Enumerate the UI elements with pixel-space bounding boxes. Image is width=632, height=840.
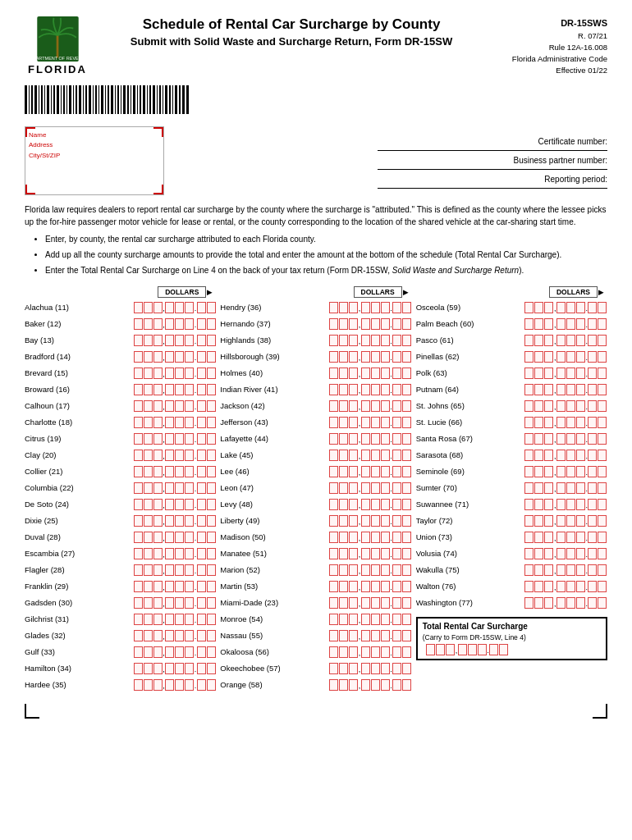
county-row: Union (73),. <box>416 530 607 545</box>
county-row: Gilchrist (31),. <box>25 612 216 627</box>
county-row: Pinellas (62),. <box>416 349 607 364</box>
county-row: Highlands (38),. <box>220 333 411 348</box>
county-row: St. Johns (65),. <box>416 399 607 413</box>
svg-rect-38 <box>137 85 138 114</box>
barcode-svg <box>25 85 189 118</box>
county-row: Osceola (59),. <box>416 300 607 315</box>
county-name: Holmes (40) <box>220 368 325 377</box>
effective-date: Effective 01/22 <box>492 65 607 76</box>
county-row: Manatee (51),. <box>220 546 411 561</box>
svg-rect-23 <box>89 85 91 114</box>
county-row: Polk (63),. <box>416 366 607 381</box>
florida-logo: DEPARTMENT OF REVENUE FLORIDA <box>25 16 90 75</box>
svg-rect-17 <box>69 85 71 114</box>
barcode: // Generate barcode bars inline via docu… <box>25 85 607 118</box>
county-name: Escambia (27) <box>25 549 130 558</box>
col2-header: DOLLARS ▶ <box>220 286 411 298</box>
county-row: Bay (13),. <box>25 333 216 348</box>
col1-header: DOLLARS ▶ <box>25 286 216 298</box>
svg-rect-8 <box>41 85 43 114</box>
county-row: Putnam (64),. <box>416 382 607 397</box>
county-name: Pinellas (62) <box>416 352 521 361</box>
county-row: St. Lucie (66),. <box>416 415 607 430</box>
svg-rect-29 <box>108 85 109 114</box>
instructions-list: Enter, by county, the rental car surchar… <box>25 233 607 276</box>
instruction-1: Enter, by county, the rental car surchar… <box>45 233 607 245</box>
county-row: Leon (47),. <box>220 481 411 495</box>
county-row: Collier (21),. <box>25 464 216 479</box>
svg-rect-43 <box>153 85 155 114</box>
county-name: Palm Beach (60) <box>416 319 521 328</box>
county-name: Orange (58) <box>220 680 325 689</box>
county-row: Charlotte (18),. <box>25 415 216 430</box>
county-name: Bradford (14) <box>25 352 130 361</box>
counties-grid: Alachua (11),.Baker (12),.Bay (13),.Brad… <box>25 300 607 694</box>
county-name: Okaloosa (56) <box>220 647 325 656</box>
county-name: Hendry (36) <box>220 303 325 312</box>
county-name: Marion (52) <box>220 565 325 574</box>
county-row: Madison (50),. <box>220 530 411 545</box>
rule: Rule 12A-16.008 <box>492 42 607 53</box>
county-name: Broward (16) <box>25 385 130 394</box>
county-name: Brevard (15) <box>25 368 130 377</box>
reporting-period-label: Reporting period: <box>378 172 607 189</box>
cert-fields: Certificate number: Business partner num… <box>378 135 607 191</box>
county-name: Volusia (74) <box>416 549 521 558</box>
svg-rect-11 <box>51 85 52 114</box>
county-name: St. Johns (65) <box>416 401 521 410</box>
county-row: Hillsborough (39),. <box>220 349 411 364</box>
corner-bl <box>25 704 39 719</box>
svg-text:DEPARTMENT OF REVENUE: DEPARTMENT OF REVENUE <box>35 56 80 61</box>
county-name: Walton (76) <box>416 582 521 591</box>
county-name: Highlands (38) <box>220 336 325 345</box>
county-row: Miami-Dade (23),. <box>220 596 411 610</box>
county-name: Polk (63) <box>416 368 521 377</box>
county-name: De Soto (24) <box>25 500 130 509</box>
county-name: Levy (48) <box>220 500 325 509</box>
county-name: Lafayette (44) <box>220 434 325 443</box>
county-name: Sarasota (68) <box>416 450 521 459</box>
county-row: Holmes (40),. <box>220 366 411 381</box>
cert-section: Certificate number: Business partner num… <box>378 135 607 191</box>
county-name: Bay (13) <box>25 336 130 345</box>
county-row: Volusia (74),. <box>416 546 607 561</box>
county-name: Hardee (35) <box>25 680 130 689</box>
svg-rect-25 <box>95 85 97 114</box>
svg-rect-34 <box>123 85 126 114</box>
county-row: Lake (45),. <box>220 448 411 463</box>
county-name: Duval (28) <box>25 532 130 541</box>
svg-rect-40 <box>143 85 145 114</box>
county-name: Manatee (51) <box>220 549 325 558</box>
county-row: Flagler (28),. <box>25 563 216 578</box>
instructions-intro: Florida law requires dealers to report r… <box>25 203 607 228</box>
county-name: Pasco (61) <box>416 336 521 345</box>
svg-rect-37 <box>133 85 135 114</box>
county-row: Hernando (37),. <box>220 317 411 331</box>
county-name: Flagler (28) <box>25 565 130 574</box>
county-row: Hardee (35),. <box>25 678 216 692</box>
form-number: DR-15SWS <box>492 16 607 30</box>
county-row: Brevard (15),. <box>25 366 216 381</box>
county-row: Sumter (70),. <box>416 481 607 495</box>
county-name: Columbia (22) <box>25 483 130 492</box>
county-name: Wakulla (75) <box>416 565 521 574</box>
county-row: Walton (76),. <box>416 579 607 594</box>
dollars-header-2: DOLLARS ▶ <box>354 286 402 298</box>
county-row: Jackson (42),. <box>220 399 411 413</box>
county-row: Duval (28),. <box>25 530 216 545</box>
page-header: DEPARTMENT OF REVENUE FLORIDA Schedule o… <box>25 16 607 77</box>
county-row: Baker (12),. <box>25 317 216 331</box>
svg-rect-19 <box>76 85 77 114</box>
county-name: Lee (46) <box>220 467 325 476</box>
total-label: Total Rental Car Surcharge <box>423 622 601 631</box>
svg-rect-9 <box>44 85 45 114</box>
svg-rect-49 <box>172 85 173 114</box>
header-right: DR-15SWS R. 07/21 Rule 12A-16.008 Florid… <box>492 16 607 77</box>
county-row: Lee (46),. <box>220 464 411 479</box>
county-name: Monroe (54) <box>220 614 325 623</box>
svg-rect-50 <box>175 85 177 114</box>
svg-rect-13 <box>57 85 59 114</box>
dollars-header-3: DOLLARS ▶ <box>549 286 598 298</box>
county-name: Lake (45) <box>220 450 325 459</box>
page-footer <box>25 702 607 719</box>
